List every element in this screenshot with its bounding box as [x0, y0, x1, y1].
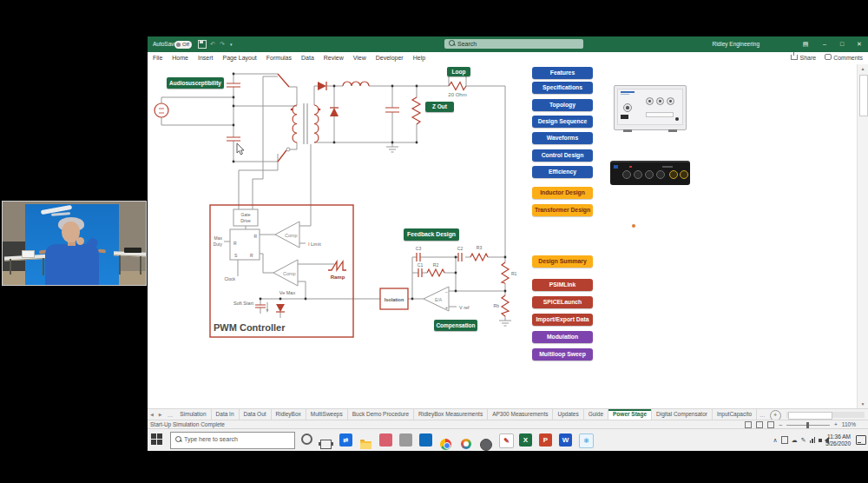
pen-app-icon[interactable]: ✎	[499, 433, 514, 448]
nav-button-psimlink[interactable]: PSIMLink	[532, 279, 593, 291]
pen-settings-icon[interactable]: ✎	[801, 437, 806, 444]
svg-text:−: −	[445, 289, 448, 294]
nav-button-topology[interactable]: Topology	[532, 99, 593, 111]
onedrive-icon[interactable]: ☁	[792, 437, 798, 444]
nav-button-import-export[interactable]: Import/Export Data	[532, 314, 593, 326]
taskbar-search-input[interactable]: Type here to search	[170, 432, 295, 449]
redo-icon[interactable]: ↷	[220, 36, 225, 52]
inactive-app-icon[interactable]	[399, 433, 412, 447]
nav-button-waveforms[interactable]: Waveforms	[532, 132, 593, 144]
loop-button[interactable]: Loop	[447, 67, 470, 76]
ribbon-display-icon[interactable]: ▤	[799, 36, 812, 52]
undo-icon[interactable]: ↶	[210, 36, 215, 52]
nav-button-features[interactable]: Features	[532, 67, 593, 79]
titlebar-search[interactable]: Search	[444, 39, 583, 49]
taskbar-clock[interactable]: 11:36 AM 5/26/2020	[825, 433, 851, 447]
zout-button[interactable]: Z Out	[425, 102, 454, 112]
nav-button-design-sequence[interactable]: Design Sequence	[532, 116, 593, 128]
nav-button-design-summary[interactable]: Design Summary	[532, 255, 593, 268]
scroll-down-icon[interactable]: ▼	[858, 400, 868, 408]
nav-button-modulation[interactable]: Modulation	[532, 331, 593, 343]
compensation-button[interactable]: Compensation	[434, 320, 477, 331]
teamviewer-icon[interactable]: ⇄	[339, 433, 352, 447]
ribbon-tab-view[interactable]: View	[353, 52, 366, 64]
search-icon	[175, 436, 181, 442]
autosave-label: AutoSave	[153, 36, 177, 52]
chrome-icon[interactable]	[439, 433, 452, 447]
ilimit-label: I Limit	[308, 242, 321, 247]
tray-expand-icon[interactable]: ∧	[773, 437, 778, 444]
maximize-button[interactable]: □	[835, 36, 849, 52]
switch-node	[286, 148, 290, 151]
ribbon-tab-file[interactable]: File	[153, 52, 162, 64]
svg-text:R: R	[250, 253, 253, 258]
svg-text:R: R	[233, 241, 237, 246]
ribbon-tab-data[interactable]: Data	[301, 52, 314, 64]
share-icon	[791, 55, 798, 60]
ribbon-tab-help[interactable]: Help	[413, 52, 425, 64]
zoom-slider-thumb[interactable]	[806, 422, 809, 428]
save-icon[interactable]	[198, 40, 207, 49]
feedback-design-button[interactable]: Feedback Design	[404, 228, 459, 241]
nav-button-spicelaunch[interactable]: SPICELaunch	[532, 296, 593, 308]
svg-text:C1: C1	[418, 262, 424, 268]
ribbon-tab-insert[interactable]: Insert	[198, 52, 214, 64]
excel-taskbar-icon[interactable]: X	[519, 433, 532, 447]
photos-app-icon[interactable]	[379, 433, 392, 447]
share-button[interactable]: Share	[791, 52, 816, 64]
clock-label: Clock	[224, 276, 235, 281]
view-normal-icon[interactable]	[745, 421, 752, 428]
account-name[interactable]: Ridley Engineering	[712, 36, 760, 52]
horizontal-scroll-thumb[interactable]	[788, 412, 833, 420]
zoom-slider[interactable]	[786, 425, 830, 426]
minimize-button[interactable]: –	[818, 36, 832, 52]
nav-button-control-design[interactable]: Control Design	[532, 149, 593, 162]
gotomeeting-icon[interactable]	[459, 433, 472, 447]
ribbon-tab-home[interactable]: Home	[172, 52, 188, 64]
svg-text:Rb: Rb	[494, 303, 500, 308]
clock-date: 5/26/2020	[825, 440, 851, 447]
task-view-icon[interactable]	[319, 433, 332, 447]
audiosusceptibility-button[interactable]: Audiosusceptibility	[167, 77, 224, 89]
comments-button[interactable]: Comments	[825, 52, 863, 64]
isolation-label: Isolation	[385, 297, 404, 302]
status-message: Start-Up Simulation Complete	[150, 421, 225, 427]
file-explorer-icon[interactable]	[359, 433, 372, 447]
transformer-windings	[293, 105, 319, 142]
volume-icon[interactable]	[819, 439, 822, 442]
view-page-break-icon[interactable]	[767, 421, 774, 428]
action-center-icon[interactable]	[856, 435, 866, 445]
gray-circle-app-icon[interactable]	[479, 433, 492, 447]
cortana-icon[interactable]	[300, 433, 313, 447]
word-taskbar-icon[interactable]: W	[559, 433, 572, 447]
ribbon-tab-review[interactable]: Review	[324, 52, 344, 64]
mouse-cursor	[236, 143, 245, 155]
ribbon-tab-page-layout[interactable]: Page Layout	[222, 52, 256, 64]
junction-dots	[233, 73, 507, 301]
vertical-scroll-thumb[interactable]	[859, 75, 868, 116]
powerpoint-taskbar-icon[interactable]: P	[539, 433, 552, 447]
nav-button-specifications[interactable]: Specifications	[532, 82, 593, 94]
horizontal-scrollbar[interactable]	[786, 412, 865, 418]
clock-time: 11:36 AM	[825, 433, 851, 440]
close-button[interactable]: ✕	[852, 36, 866, 52]
snowflake-app-icon[interactable]: ❄	[579, 433, 594, 448]
ap300-analyzer-image	[614, 85, 687, 130]
network-icon[interactable]	[810, 437, 816, 443]
comp1-label: Comp	[285, 233, 298, 238]
ribbon-tab-developer[interactable]: Developer	[376, 52, 404, 64]
view-page-layout-icon[interactable]	[756, 421, 763, 428]
start-button[interactable]	[151, 433, 163, 446]
power-supply-schematic: Gate Drive Max Duty R R S R Clock Comp C…	[148, 64, 529, 360]
outlook-icon[interactable]	[419, 433, 432, 447]
nav-button-multiloop-sweep[interactable]: Multiloop Sweep	[532, 348, 593, 361]
vertical-scrollbar[interactable]: ▲ ▼	[857, 64, 868, 408]
tray-app-icon[interactable]	[781, 436, 788, 444]
scroll-up-icon[interactable]: ▲	[858, 64, 868, 73]
nav-button-inductor-design[interactable]: Inductor Design	[532, 187, 593, 199]
autosave-toggle[interactable]: Off	[174, 41, 192, 49]
ribbon-tab-formulas[interactable]: Formulas	[266, 52, 292, 64]
quick-access-more-icon[interactable]: ▾	[230, 36, 233, 52]
nav-button-efficiency[interactable]: Efficiency	[532, 166, 593, 178]
nav-button-transformer-design[interactable]: Transformer Design	[532, 204, 593, 216]
